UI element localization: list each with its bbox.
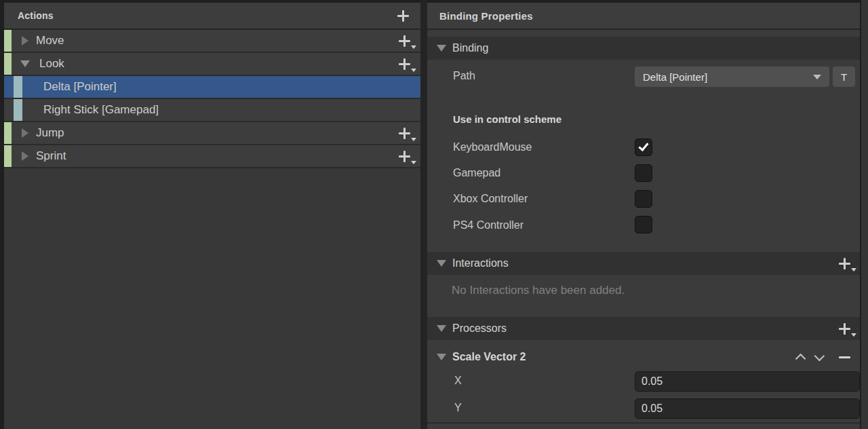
- processors-section-title: Processors: [452, 322, 507, 335]
- disclosure-collapsed-icon[interactable]: [22, 151, 28, 161]
- scheme-checkbox-ps4[interactable]: [635, 216, 652, 234]
- action-color-stripe: [4, 30, 12, 52]
- binding-label: Delta [Pointer]: [43, 80, 117, 94]
- scheme-checkbox-xbox[interactable]: [635, 190, 652, 208]
- dropdown-caret-icon: [851, 268, 856, 272]
- action-row-jump[interactable]: Jump: [4, 122, 420, 145]
- disclosure-collapsed-icon[interactable]: [22, 128, 28, 138]
- action-row-sprint[interactable]: Sprint: [4, 145, 420, 168]
- field-x-input[interactable]: [635, 371, 860, 392]
- action-label: Move: [36, 34, 64, 48]
- add-binding-button[interactable]: [399, 58, 410, 70]
- move-up-icon[interactable]: [795, 353, 806, 364]
- scheme-label-keyboardmouse: KeyboardMouse: [453, 141, 532, 153]
- dropdown-caret-icon: [851, 333, 856, 337]
- binding-properties-header: Binding Properties: [427, 3, 860, 30]
- input-actions-window: Actions Move Look Delta [Pointer]: [0, 0, 868, 429]
- checkmark-icon: [638, 141, 648, 151]
- binding-color-stripe: [14, 99, 22, 121]
- control-scheme-heading: Use in control scheme: [453, 113, 561, 126]
- dropdown-caret-icon: [411, 161, 416, 164]
- remove-processor-icon[interactable]: [839, 356, 850, 358]
- binding-section-header[interactable]: Binding: [427, 37, 860, 60]
- scale-vector2-header[interactable]: Scale Vector 2: [427, 346, 860, 369]
- action-label: Sprint: [36, 149, 66, 163]
- binding-row-delta-pointer[interactable]: Delta [Pointer]: [4, 76, 420, 99]
- action-label: Jump: [36, 126, 64, 140]
- add-binding-button[interactable]: [399, 128, 410, 139]
- add-action-button[interactable]: [397, 10, 409, 22]
- field-y-label: Y: [454, 402, 462, 414]
- action-label: Look: [39, 57, 64, 71]
- action-row-move[interactable]: Move: [4, 30, 420, 53]
- text-mode-button[interactable]: T: [833, 67, 855, 87]
- foldout-expanded-icon: [437, 325, 446, 332]
- dropdown-caret-icon: [411, 45, 416, 49]
- add-processor-button[interactable]: [839, 323, 850, 335]
- binding-color-stripe: [14, 76, 22, 98]
- scheme-label-gamepad: Gamepad: [453, 167, 500, 179]
- disclosure-expanded-icon[interactable]: [20, 60, 30, 67]
- binding-label: Right Stick [Gamepad]: [43, 103, 159, 117]
- scheme-label-ps4: PS4 Controller: [453, 219, 524, 231]
- action-row-look[interactable]: Look: [4, 53, 420, 76]
- foldout-expanded-icon: [437, 260, 446, 267]
- dropdown-caret-icon: [411, 138, 416, 141]
- field-x-label: X: [454, 375, 462, 387]
- scheme-label-xbox: Xbox Controller: [453, 193, 528, 205]
- foldout-expanded-icon: [437, 45, 446, 52]
- path-dropdown-value: Delta [Pointer]: [643, 71, 707, 83]
- action-color-stripe: [4, 122, 12, 144]
- field-y-input[interactable]: [635, 398, 860, 419]
- add-interaction-button[interactable]: [839, 258, 850, 269]
- binding-properties-title: Binding Properties: [439, 10, 533, 22]
- actions-panel-title: Actions: [18, 10, 54, 21]
- interactions-section-title: Interactions: [452, 257, 509, 269]
- disclosure-collapsed-icon[interactable]: [22, 36, 28, 45]
- panel-bottom-divider: [427, 422, 860, 424]
- add-binding-button[interactable]: [399, 151, 410, 162]
- dropdown-caret-icon: [411, 69, 416, 72]
- move-down-icon[interactable]: [814, 350, 825, 361]
- actions-panel: Actions Move Look Delta [Pointer]: [0, 0, 420, 429]
- interactions-empty-message: No Interactions have been added.: [452, 284, 625, 297]
- scheme-checkbox-gamepad[interactable]: [635, 164, 652, 182]
- processors-section-header[interactable]: Processors: [427, 317, 860, 340]
- dropdown-caret-icon: [813, 75, 821, 79]
- add-binding-button[interactable]: [399, 35, 410, 47]
- binding-section-title: Binding: [452, 42, 488, 54]
- scrollbar-track[interactable]: [860, 0, 868, 429]
- scheme-checkbox-keyboardmouse[interactable]: [635, 138, 652, 156]
- binding-properties-panel: Binding Properties Binding Path Delta [P…: [427, 0, 860, 429]
- scale-vector2-title: Scale Vector 2: [452, 351, 526, 363]
- actions-panel-header: Actions: [4, 3, 420, 30]
- interactions-section-header[interactable]: Interactions: [427, 252, 860, 275]
- action-color-stripe: [4, 53, 12, 75]
- path-dropdown[interactable]: Delta [Pointer]: [635, 67, 829, 87]
- processor-controls: [795, 346, 850, 369]
- binding-row-right-stick[interactable]: Right Stick [Gamepad]: [4, 99, 420, 122]
- text-mode-button-label: T: [841, 71, 847, 83]
- path-label: Path: [453, 70, 475, 82]
- action-color-stripe: [4, 145, 12, 167]
- foldout-expanded-icon: [437, 354, 446, 360]
